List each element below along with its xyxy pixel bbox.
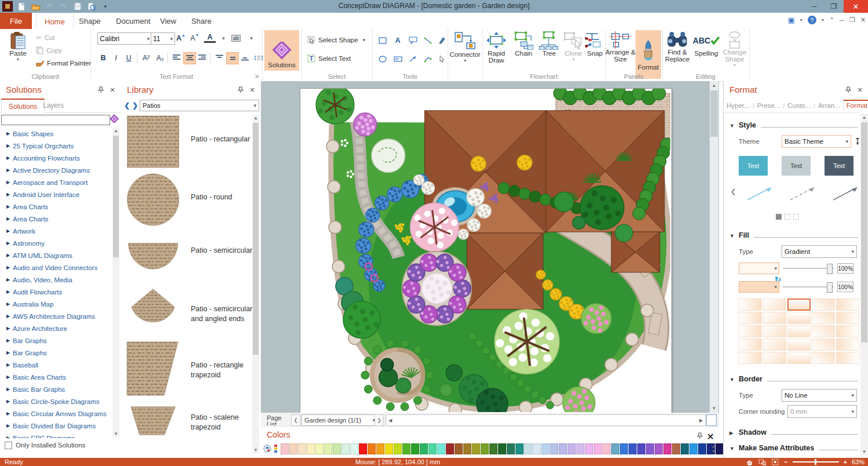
border-type-dropdown[interactable]: No Line▾ xyxy=(782,389,857,402)
gradient-preset[interactable] xyxy=(812,338,835,351)
select-text-button[interactable]: T Select Text xyxy=(307,54,351,63)
doc-close-icon[interactable]: ✕ xyxy=(860,16,866,24)
color-swatch[interactable] xyxy=(350,443,358,454)
corner-rounding-dropdown[interactable]: 0 mm▾ xyxy=(787,405,857,418)
align-right-button[interactable] xyxy=(196,52,208,63)
shrink-font-button[interactable]: A▼ xyxy=(189,32,201,43)
expand-arrow-icon[interactable]: ▶ xyxy=(3,411,13,416)
change-shape-button[interactable]: Change Shape ▾ xyxy=(721,31,748,78)
valign-top-button[interactable] xyxy=(213,52,225,63)
solution-item[interactable]: ▶Baseball xyxy=(0,359,111,371)
color-swatch[interactable] xyxy=(698,443,706,454)
drawing-canvas[interactable]: ▲ ▼ xyxy=(261,81,719,413)
ellipse-tool[interactable] xyxy=(377,53,388,64)
collapse-ribbon-icon[interactable]: ⌃ xyxy=(829,16,834,24)
expand-arrow-icon[interactable]: ▶ xyxy=(3,374,13,380)
solutions-search-input[interactable] xyxy=(1,115,110,125)
color-swatch[interactable] xyxy=(716,443,724,454)
select-shape-button[interactable]: Select Shape▾ xyxy=(307,36,365,44)
gradient-preset[interactable] xyxy=(787,338,811,351)
fill-section-header[interactable]: ▼Fill xyxy=(729,230,860,240)
cut-button[interactable]: ✂Cut xyxy=(36,34,55,42)
superscript-button[interactable]: A² xyxy=(140,52,152,63)
color-swatch[interactable] xyxy=(455,443,463,454)
color-swatch[interactable] xyxy=(498,443,506,454)
color-swatch[interactable] xyxy=(542,443,550,454)
help-icon[interactable]: ? xyxy=(808,16,816,24)
color-swatch[interactable] xyxy=(281,443,289,454)
format-panel-button[interactable]: Format xyxy=(635,30,661,79)
only-installed-checkbox[interactable] xyxy=(5,442,12,449)
color-swatch[interactable] xyxy=(307,443,315,454)
color-swatch[interactable] xyxy=(663,443,671,454)
font-color-button[interactable]: A xyxy=(204,32,216,43)
expand-arrow-icon[interactable]: ▶ xyxy=(3,326,13,331)
tab-shape[interactable]: Shape xyxy=(71,13,109,29)
gradient-preset[interactable] xyxy=(812,352,835,364)
expand-arrow-icon[interactable]: ▶ xyxy=(3,435,13,438)
solution-item[interactable]: ▶Bar Graphs xyxy=(0,347,111,359)
theme-pin-icon[interactable] xyxy=(855,137,860,145)
solution-item[interactable]: ▶Basic EPC Diagrams xyxy=(0,432,111,438)
solution-item[interactable]: ▶Accounting Flowcharts xyxy=(0,152,111,164)
gradient-preset[interactable] xyxy=(787,352,811,364)
fill-opacity2-value[interactable]: 100% xyxy=(837,282,854,292)
rapid-draw-button[interactable]: Rapid Draw xyxy=(484,31,509,78)
canvas-hscrollbar[interactable]: ◀ ▶ xyxy=(386,414,706,426)
pan-hand-icon[interactable] xyxy=(746,458,754,465)
color-swatch[interactable] xyxy=(559,443,567,454)
gradient-preset[interactable] xyxy=(787,312,811,324)
color-swatch[interactable] xyxy=(324,443,332,454)
make-same-section-header[interactable]: ▼Make Same Attributes xyxy=(729,442,860,452)
expand-arrow-icon[interactable]: ▶ xyxy=(3,277,13,282)
textbox-tool[interactable] xyxy=(392,53,404,64)
color-swatch[interactable] xyxy=(602,443,611,454)
color-swatch[interactable] xyxy=(515,443,524,454)
underline-button[interactable]: U xyxy=(123,52,135,63)
gradient-preset[interactable] xyxy=(739,352,762,364)
color-swatch[interactable] xyxy=(368,443,376,454)
color-swatch[interactable] xyxy=(533,443,541,454)
solution-item[interactable]: ▶AWS Architecture Diagrams xyxy=(0,310,111,322)
color-swatch[interactable] xyxy=(611,443,619,454)
expand-arrow-icon[interactable]: ▶ xyxy=(3,143,13,148)
gradient-preset[interactable] xyxy=(739,312,762,324)
expand-arrow-icon[interactable]: ▶ xyxy=(3,265,13,270)
color-swatch[interactable] xyxy=(446,443,454,454)
color-swatch[interactable] xyxy=(411,443,419,454)
gradient-preset[interactable] xyxy=(812,298,835,311)
solution-item[interactable]: ▶ATM UML Diagrams xyxy=(0,249,111,261)
fill-type-dropdown[interactable]: Gradient▾ xyxy=(782,245,857,258)
color-swatch[interactable] xyxy=(672,443,680,454)
color-swatch[interactable] xyxy=(402,443,411,454)
close-panel-icon[interactable]: ✕ xyxy=(856,86,864,94)
connector-button[interactable]: Connector ▾ xyxy=(450,31,480,78)
copy-button[interactable]: Copy xyxy=(36,46,62,54)
gradient-preset[interactable] xyxy=(812,312,835,324)
color-swatch[interactable] xyxy=(550,443,558,454)
solution-item[interactable]: ▶Basic Shapes xyxy=(0,128,111,140)
line-tool[interactable] xyxy=(422,35,434,46)
gradient-preset[interactable] xyxy=(787,325,811,337)
solution-item[interactable]: ▶Australia Map xyxy=(0,298,111,310)
color-swatch[interactable] xyxy=(298,443,306,454)
shadow-section-header[interactable]: ▶Shadow xyxy=(729,427,860,437)
zoom-out-icon[interactable]: − xyxy=(784,458,787,465)
tab-format[interactable]: Format xyxy=(843,100,868,111)
color-swatch[interactable] xyxy=(646,443,654,454)
tab-file[interactable]: File xyxy=(0,13,32,29)
color-swatch[interactable] xyxy=(637,443,645,454)
fill-color2-dropdown[interactable]: ▾ xyxy=(739,281,779,293)
expand-arrow-icon[interactable]: ▶ xyxy=(3,338,13,343)
color-swatch[interactable] xyxy=(315,443,324,454)
only-installed-checkbox-row[interactable]: Only Installed Solutions xyxy=(0,439,85,451)
color-swatch[interactable] xyxy=(489,443,497,454)
border-section-header[interactable]: ▼Border xyxy=(729,373,860,383)
solution-item[interactable]: ▶Active Directory Diagrams xyxy=(0,164,111,176)
solution-item[interactable]: ▶Basic Circle-Spoke Diagrams xyxy=(0,395,111,407)
zoom-in-icon[interactable]: + xyxy=(844,458,847,465)
expand-arrow-icon[interactable]: ▶ xyxy=(3,168,13,173)
tab-hyperlink[interactable]: Hyper... xyxy=(724,100,753,111)
solutions-search-icon[interactable] xyxy=(110,114,119,125)
theme-scroll-left-icon[interactable]: ❮ xyxy=(731,188,736,195)
